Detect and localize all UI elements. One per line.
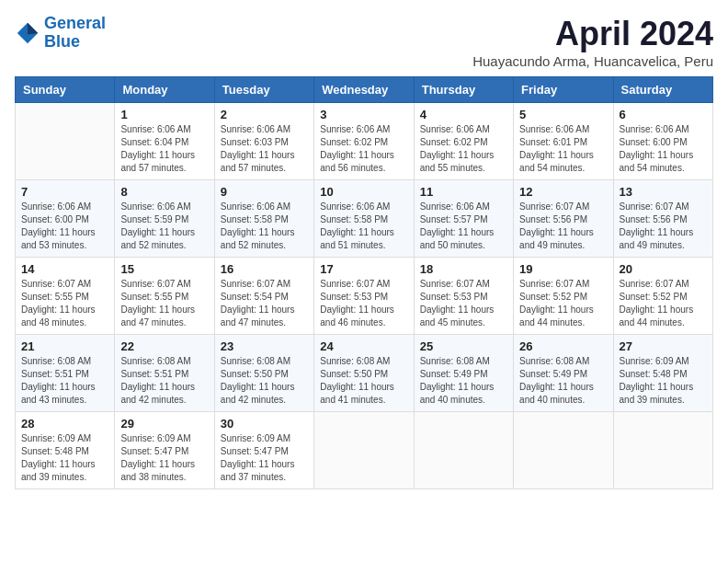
day-info: Sunrise: 6:08 AM Sunset: 5:50 PM Dayligh… (221, 355, 308, 407)
day-info: Sunrise: 6:09 AM Sunset: 5:47 PM Dayligh… (120, 432, 208, 484)
main-title: April 2024 (472, 15, 713, 53)
day-info: Sunrise: 6:06 AM Sunset: 5:58 PM Dayligh… (320, 201, 407, 252)
calendar-cell: 16Sunrise: 6:07 AM Sunset: 5:54 PM Dayli… (214, 258, 313, 335)
day-info: Sunrise: 6:08 AM Sunset: 5:50 PM Dayligh… (320, 355, 407, 407)
header-wednesday: Wednesday (314, 77, 414, 103)
day-number: 22 (120, 339, 208, 353)
day-number: 18 (420, 262, 507, 276)
calendar-cell: 27Sunrise: 6:09 AM Sunset: 5:48 PM Dayli… (613, 335, 712, 412)
day-number: 5 (519, 108, 607, 121)
calendar-cell: 15Sunrise: 6:07 AM Sunset: 5:55 PM Dayli… (115, 258, 214, 335)
day-number: 4 (420, 108, 507, 121)
calendar-cell: 28Sunrise: 6:09 AM Sunset: 5:48 PM Dayli… (16, 412, 115, 489)
day-number: 1 (120, 108, 208, 121)
header-friday: Friday (514, 77, 613, 103)
day-number: 8 (120, 185, 208, 199)
week-row-3: 14Sunrise: 6:07 AM Sunset: 5:55 PM Dayli… (16, 258, 713, 335)
calendar-cell: 17Sunrise: 6:07 AM Sunset: 5:53 PM Dayli… (314, 258, 414, 335)
header-saturday: Saturday (613, 77, 712, 103)
calendar-cell (613, 412, 712, 489)
day-info: Sunrise: 6:07 AM Sunset: 5:56 PM Dayligh… (620, 201, 707, 252)
calendar-cell: 29Sunrise: 6:09 AM Sunset: 5:47 PM Dayli… (115, 412, 214, 489)
calendar-cell: 7Sunrise: 6:06 AM Sunset: 6:00 PM Daylig… (16, 180, 115, 258)
day-info: Sunrise: 6:07 AM Sunset: 5:53 PM Dayligh… (420, 278, 507, 329)
day-info: Sunrise: 6:08 AM Sunset: 5:51 PM Dayligh… (21, 355, 108, 407)
calendar-body: 1Sunrise: 6:06 AM Sunset: 6:04 PM Daylig… (16, 103, 713, 489)
day-info: Sunrise: 6:08 AM Sunset: 5:51 PM Dayligh… (120, 355, 208, 407)
calendar-cell: 19Sunrise: 6:07 AM Sunset: 5:52 PM Dayli… (514, 258, 613, 335)
calendar-cell: 3Sunrise: 6:06 AM Sunset: 6:02 PM Daylig… (314, 103, 414, 180)
calendar-header: SundayMondayTuesdayWednesdayThursdayFrid… (16, 77, 713, 103)
calendar-cell: 26Sunrise: 6:08 AM Sunset: 5:49 PM Dayli… (514, 335, 613, 412)
header-sunday: Sunday (16, 77, 115, 103)
day-number: 20 (620, 262, 707, 276)
day-info: Sunrise: 6:09 AM Sunset: 5:48 PM Dayligh… (21, 432, 108, 484)
calendar-cell: 9Sunrise: 6:06 AM Sunset: 5:58 PM Daylig… (214, 180, 313, 258)
day-info: Sunrise: 6:06 AM Sunset: 6:00 PM Dayligh… (21, 201, 108, 252)
calendar-cell (16, 103, 115, 180)
header-tuesday: Tuesday (214, 77, 313, 103)
page-header: General Blue April 2024 Huayacundo Arma,… (15, 15, 713, 69)
logo-line2: Blue (44, 32, 80, 51)
day-info: Sunrise: 6:07 AM Sunset: 5:54 PM Dayligh… (221, 278, 308, 329)
day-info: Sunrise: 6:09 AM Sunset: 5:48 PM Dayligh… (620, 355, 707, 407)
day-number: 11 (420, 185, 507, 199)
day-number: 12 (519, 185, 607, 199)
day-number: 14 (21, 262, 108, 276)
title-area: April 2024 Huayacundo Arma, Huancavelica… (472, 15, 713, 69)
day-info: Sunrise: 6:08 AM Sunset: 5:49 PM Dayligh… (420, 355, 507, 407)
header-row: SundayMondayTuesdayWednesdayThursdayFrid… (16, 77, 713, 103)
header-thursday: Thursday (414, 77, 513, 103)
day-info: Sunrise: 6:09 AM Sunset: 5:47 PM Dayligh… (221, 432, 308, 484)
week-row-5: 28Sunrise: 6:09 AM Sunset: 5:48 PM Dayli… (16, 412, 713, 489)
day-info: Sunrise: 6:06 AM Sunset: 6:03 PM Dayligh… (221, 123, 308, 175)
day-info: Sunrise: 6:06 AM Sunset: 6:02 PM Dayligh… (320, 123, 407, 175)
calendar: SundayMondayTuesdayWednesdayThursdayFrid… (15, 76, 713, 489)
day-info: Sunrise: 6:07 AM Sunset: 5:56 PM Dayligh… (519, 201, 607, 252)
day-number: 24 (320, 339, 407, 353)
logo-text: General Blue (44, 15, 106, 52)
logo: General Blue (15, 15, 106, 52)
calendar-cell: 8Sunrise: 6:06 AM Sunset: 5:59 PM Daylig… (115, 180, 214, 258)
calendar-cell: 22Sunrise: 6:08 AM Sunset: 5:51 PM Dayli… (115, 335, 214, 412)
day-number: 28 (21, 417, 108, 431)
calendar-cell: 5Sunrise: 6:06 AM Sunset: 6:01 PM Daylig… (514, 103, 613, 180)
day-info: Sunrise: 6:06 AM Sunset: 6:01 PM Dayligh… (519, 123, 607, 175)
day-info: Sunrise: 6:06 AM Sunset: 5:57 PM Dayligh… (420, 201, 507, 252)
day-number: 25 (420, 339, 507, 353)
day-number: 19 (519, 262, 607, 276)
calendar-cell: 10Sunrise: 6:06 AM Sunset: 5:58 PM Dayli… (314, 180, 414, 258)
calendar-cell (314, 412, 414, 489)
day-info: Sunrise: 6:06 AM Sunset: 5:58 PM Dayligh… (221, 201, 308, 252)
day-number: 6 (620, 108, 707, 121)
subtitle: Huayacundo Arma, Huancavelica, Peru (472, 53, 713, 69)
day-number: 15 (120, 262, 208, 276)
day-number: 16 (221, 262, 308, 276)
day-number: 27 (620, 339, 707, 353)
calendar-cell: 4Sunrise: 6:06 AM Sunset: 6:02 PM Daylig… (414, 103, 513, 180)
week-row-1: 1Sunrise: 6:06 AM Sunset: 6:04 PM Daylig… (16, 103, 713, 180)
calendar-cell: 14Sunrise: 6:07 AM Sunset: 5:55 PM Dayli… (16, 258, 115, 335)
day-info: Sunrise: 6:06 AM Sunset: 5:59 PM Dayligh… (120, 201, 208, 252)
calendar-cell: 23Sunrise: 6:08 AM Sunset: 5:50 PM Dayli… (214, 335, 313, 412)
day-info: Sunrise: 6:07 AM Sunset: 5:52 PM Dayligh… (620, 278, 707, 329)
day-number: 17 (320, 262, 407, 276)
calendar-cell: 11Sunrise: 6:06 AM Sunset: 5:57 PM Dayli… (414, 180, 513, 258)
day-info: Sunrise: 6:06 AM Sunset: 6:00 PM Dayligh… (620, 123, 707, 175)
svg-marker-1 (28, 23, 38, 35)
day-number: 10 (320, 185, 407, 199)
calendar-cell: 30Sunrise: 6:09 AM Sunset: 5:47 PM Dayli… (214, 412, 313, 489)
day-info: Sunrise: 6:06 AM Sunset: 6:04 PM Dayligh… (120, 123, 208, 175)
logo-line1: General (44, 14, 106, 32)
day-number: 9 (221, 185, 308, 199)
week-row-4: 21Sunrise: 6:08 AM Sunset: 5:51 PM Dayli… (16, 335, 713, 412)
day-number: 26 (519, 339, 607, 353)
logo-icon (15, 20, 40, 46)
day-info: Sunrise: 6:08 AM Sunset: 5:49 PM Dayligh… (519, 355, 607, 407)
calendar-cell (414, 412, 513, 489)
day-number: 23 (221, 339, 308, 353)
calendar-cell: 1Sunrise: 6:06 AM Sunset: 6:04 PM Daylig… (115, 103, 214, 180)
calendar-cell: 13Sunrise: 6:07 AM Sunset: 5:56 PM Dayli… (613, 180, 712, 258)
day-number: 13 (620, 185, 707, 199)
calendar-cell: 20Sunrise: 6:07 AM Sunset: 5:52 PM Dayli… (613, 258, 712, 335)
